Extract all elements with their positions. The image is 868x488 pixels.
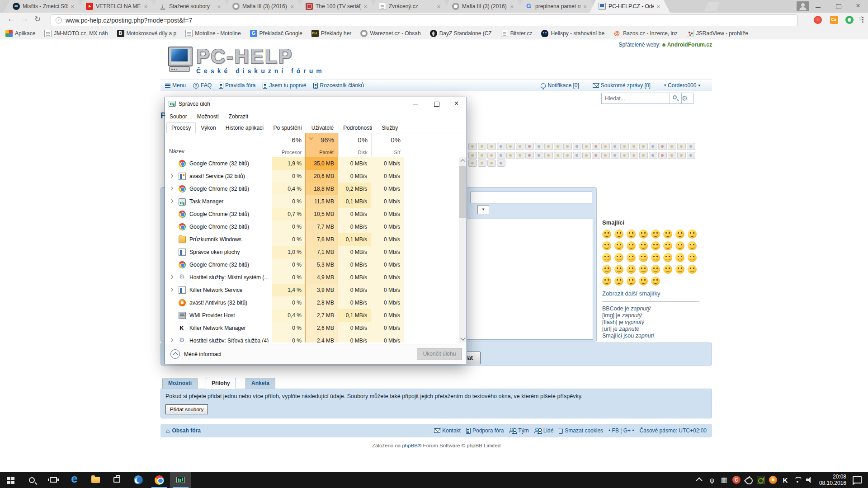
- editor-button-icon[interactable]: [544, 143, 553, 150]
- browser-tab[interactable]: Mafia III (3) (2016) - Wa×: [223, 0, 304, 13]
- scrollbar[interactable]: [459, 157, 467, 343]
- avast-icon[interactable]: [769, 476, 777, 484]
- smiley-icon[interactable]: [675, 265, 684, 274]
- taskbar-clock[interactable]: 20:08 08.10.2016: [816, 474, 851, 486]
- editor-button-icon[interactable]: [582, 143, 591, 150]
- browser-tab[interactable]: Misfits - Zmetci S05E05×: [4, 0, 84, 13]
- smiley-icon[interactable]: [627, 253, 636, 262]
- new-tab-button[interactable]: [704, 2, 720, 11]
- expand-chevron-icon[interactable]: [170, 174, 173, 178]
- editor-button-icon[interactable]: [468, 143, 477, 150]
- tab-anketa[interactable]: Anketa: [245, 378, 275, 389]
- editor-button-icon[interactable]: [506, 143, 515, 150]
- task-manager-titlebar[interactable]: Správce úloh: [165, 97, 467, 111]
- smiley-icon[interactable]: [639, 253, 648, 262]
- tm-tab-u-ivatel-[interactable]: Uživatelé: [307, 123, 338, 133]
- smiley-icon[interactable]: [675, 253, 684, 262]
- footer-link-smazat-cookies[interactable]: Smazat cookies: [559, 427, 603, 434]
- editor-button-icon[interactable]: [535, 152, 543, 159]
- forum-logo[interactable]: PC-HELP České diskuzní fórum: [168, 47, 325, 75]
- editor-button-icon[interactable]: [497, 160, 505, 167]
- tab-close-icon[interactable]: ×: [583, 4, 587, 9]
- taskbar-store-button[interactable]: [106, 472, 127, 488]
- red-extension-icon[interactable]: [814, 16, 822, 24]
- chrome-menu-icon[interactable]: [862, 17, 863, 18]
- editor-button-icon[interactable]: [687, 143, 695, 150]
- editor-button-icon[interactable]: [554, 152, 562, 159]
- tab-close-icon[interactable]: ×: [290, 4, 294, 9]
- smiley-icon[interactable]: [602, 241, 611, 250]
- tm-maximize-button[interactable]: [426, 97, 446, 111]
- footer-link-t-m[interactable]: Tým: [509, 427, 528, 434]
- ccleaner-icon[interactable]: [732, 476, 741, 484]
- bookmark-item[interactable]: DayZ Standalone (CZ: [430, 30, 492, 37]
- tm-tab-po-spu-t-n-[interactable]: Po spuštění: [269, 123, 306, 133]
- scrollbar-thumb[interactable]: [459, 166, 466, 218]
- process-row[interactable]: Killer Network Service1,4 %3,9 MB0 MB/s0…: [165, 284, 459, 296]
- process-row[interactable]: Google Chrome (32 bitů)0,4 %18,8 MB0,2 M…: [165, 183, 459, 195]
- taskbar-task-view-button[interactable]: [42, 472, 64, 488]
- editor-button-icon[interactable]: [658, 152, 667, 159]
- smiley-icon[interactable]: [688, 265, 697, 274]
- notifications-link[interactable]: Notifikace [0]: [541, 82, 579, 89]
- private-messages-link[interactable]: Soukromé zprávy [0]: [593, 82, 651, 89]
- editor-button-icon[interactable]: [478, 143, 486, 150]
- smiley-icon[interactable]: [639, 265, 648, 274]
- editor-button-icon[interactable]: [620, 152, 629, 159]
- taskbar-explorer-button[interactable]: [85, 472, 106, 488]
- tab-close-icon[interactable]: ×: [437, 4, 440, 9]
- column-disk[interactable]: 0% Disk: [338, 133, 371, 157]
- editor-button-icon[interactable]: [639, 152, 648, 159]
- dropdown-select[interactable]: ▼: [477, 205, 489, 214]
- smiley-icon[interactable]: [614, 265, 623, 274]
- smiley-icon[interactable]: [663, 253, 672, 262]
- taskbar-thunderbird-button[interactable]: [127, 472, 149, 488]
- window-close-button[interactable]: [848, 0, 868, 13]
- tab-close-icon[interactable]: ×: [217, 4, 221, 9]
- process-row[interactable]: Hostitel služby: Místní systém (...0 %4,…: [165, 271, 459, 284]
- nav-item-jsem-tu-poprv-[interactable]: Jsem tu poprvé: [263, 82, 306, 89]
- editor-button-icon[interactable]: [630, 143, 638, 150]
- forward-icon[interactable]: →: [21, 14, 28, 23]
- smiley-icon[interactable]: [614, 253, 623, 262]
- editor-button-icon[interactable]: [630, 152, 638, 159]
- tm-close-button[interactable]: [446, 97, 467, 111]
- add-files-button[interactable]: Přidat soubory: [165, 404, 208, 414]
- tm-tab-historie-aplikac-[interactable]: Historie aplikací: [221, 123, 269, 133]
- bookmark-item[interactable]: JM-MOTO.cz, MX náh: [44, 30, 108, 37]
- board-index-link[interactable]: ⌂ Obsah fóra: [166, 427, 201, 434]
- editor-button-icon[interactable]: [497, 152, 505, 159]
- editor-button-icon[interactable]: [611, 143, 619, 150]
- subject-input[interactable]: [470, 192, 592, 203]
- editor-button-icon[interactable]: [668, 152, 676, 159]
- bookmark-item[interactable]: Motokrosové díly a p: [117, 30, 177, 37]
- editor-button-icon[interactable]: [506, 152, 515, 159]
- editor-button-icon[interactable]: [544, 152, 553, 159]
- process-row[interactable]: Hostitel služby: Síťová služba (4)0 %2,4…: [165, 334, 459, 343]
- smiley-icon[interactable]: [602, 265, 611, 274]
- window-minimize-button[interactable]: [808, 0, 828, 13]
- smiley-icon[interactable]: [627, 241, 636, 250]
- browser-tab[interactable]: Zvrácený.cz×: [370, 0, 450, 13]
- column-cpu[interactable]: 6% Procesor: [272, 133, 305, 157]
- smiley-icon[interactable]: [651, 265, 660, 274]
- back-icon[interactable]: ←: [7, 14, 15, 23]
- column-network[interactable]: 0% Síť: [371, 133, 404, 157]
- editor-button-icon[interactable]: [573, 152, 581, 159]
- search-input[interactable]: [601, 93, 670, 104]
- editor-button-icon[interactable]: [535, 143, 543, 150]
- smiley-icon[interactable]: [688, 241, 697, 250]
- taskbar-edge-button[interactable]: [64, 472, 85, 488]
- tab-možnosti[interactable]: Možnosti: [162, 378, 198, 389]
- editor-button-icon[interactable]: [516, 143, 524, 150]
- end-task-button[interactable]: Ukončit úlohu: [417, 348, 462, 360]
- tab-close-icon[interactable]: ×: [656, 4, 660, 9]
- bookmark-item[interactable]: Motoline - Motoline: [185, 30, 241, 37]
- app-grid-icon[interactable]: [720, 476, 728, 484]
- taskbar-chrome-button[interactable]: [149, 472, 170, 488]
- tm-tab-slu-by[interactable]: Služby: [377, 123, 402, 133]
- orange-extension-icon[interactable]: [830, 16, 838, 24]
- expand-chevron-icon[interactable]: [170, 288, 173, 291]
- search-button[interactable]: [670, 93, 682, 104]
- smiley-icon[interactable]: [651, 253, 660, 262]
